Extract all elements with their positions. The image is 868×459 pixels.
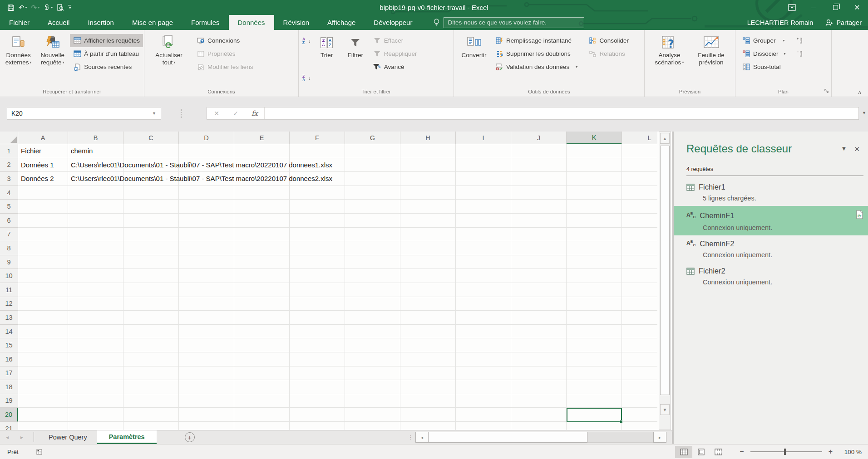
- row-header-14[interactable]: 14: [0, 325, 18, 339]
- print-preview-button[interactable]: [57, 4, 64, 11]
- cell-E17[interactable]: [234, 366, 290, 381]
- cell-G15[interactable]: [345, 338, 400, 352]
- cell-A17[interactable]: [18, 366, 68, 381]
- tab-accueil[interactable]: Accueil: [39, 15, 79, 30]
- sheet-nav-left-icon[interactable]: ◂: [0, 430, 15, 444]
- cell-C17[interactable]: [123, 366, 179, 381]
- cell-G9[interactable]: [345, 255, 400, 269]
- cell-F16[interactable]: [290, 352, 345, 366]
- row-header-2[interactable]: 2: [0, 158, 18, 172]
- cell-F13[interactable]: [290, 311, 345, 325]
- tab-revision[interactable]: Révision: [274, 15, 319, 30]
- cell-F12[interactable]: [290, 297, 345, 311]
- cell-K17[interactable]: [567, 366, 622, 381]
- cell-J15[interactable]: [511, 338, 567, 352]
- cell-F1[interactable]: [290, 144, 345, 158]
- row-header-19[interactable]: 19: [0, 394, 18, 408]
- cell-C6[interactable]: [123, 214, 179, 228]
- cell-J1[interactable]: [511, 144, 567, 158]
- cell-L15[interactable]: [622, 338, 657, 352]
- cell-A18[interactable]: [18, 380, 68, 394]
- zoom-percentage[interactable]: 100 %: [841, 449, 862, 455]
- cell-E10[interactable]: [234, 269, 290, 283]
- cell-B10[interactable]: [68, 269, 123, 283]
- cell-B11[interactable]: [68, 283, 123, 297]
- formula-input[interactable]: [264, 107, 858, 119]
- cell-G6[interactable]: [345, 214, 400, 228]
- column-header-j[interactable]: J: [511, 132, 567, 144]
- cell-K7[interactable]: [567, 228, 622, 242]
- cell-J16[interactable]: [511, 352, 567, 366]
- cell-C4[interactable]: [123, 186, 179, 200]
- cell-H11[interactable]: [400, 283, 456, 297]
- cell-A7[interactable]: [18, 228, 68, 242]
- cell-J8[interactable]: [511, 241, 567, 255]
- column-header-e[interactable]: E: [234, 132, 290, 144]
- cell-K20[interactable]: [567, 408, 622, 422]
- column-header-a[interactable]: A: [18, 132, 68, 144]
- cell-F18[interactable]: [290, 380, 345, 394]
- cell-G11[interactable]: [345, 283, 400, 297]
- tab-affichage[interactable]: Affichage: [318, 15, 365, 30]
- zoom-slider-thumb[interactable]: [784, 449, 786, 455]
- cell-I14[interactable]: [456, 325, 511, 339]
- cell-G14[interactable]: [345, 325, 400, 339]
- cell-A6[interactable]: [18, 214, 68, 228]
- scrollbar-resize-dots[interactable]: ⋮: [408, 436, 412, 438]
- cell-F6[interactable]: [290, 214, 345, 228]
- cell-H7[interactable]: [400, 228, 456, 242]
- cell-H9[interactable]: [400, 255, 456, 269]
- cell-C1[interactable]: [123, 144, 179, 158]
- cell-D16[interactable]: [179, 352, 234, 366]
- cell-L1[interactable]: [622, 144, 657, 158]
- cell-B5[interactable]: [68, 200, 123, 214]
- relationships-button[interactable]: Relations: [585, 47, 632, 60]
- reapply-filter-button[interactable]: Réappliquer: [370, 47, 420, 60]
- horizontal-scroll-thumb[interactable]: [429, 432, 587, 443]
- cell-G4[interactable]: [345, 186, 400, 200]
- zoom-in-button[interactable]: +: [829, 448, 833, 456]
- redo-button[interactable]: ↷▾: [31, 4, 40, 12]
- cell-A20[interactable]: [18, 408, 68, 422]
- query-item-cheminf2[interactable]: ABCCheminF2Connexion uniquement.: [674, 235, 868, 263]
- customize-qat-button[interactable]: ▾: [68, 5, 71, 10]
- save-button[interactable]: [7, 4, 15, 11]
- cell-E7[interactable]: [234, 228, 290, 242]
- cell-G8[interactable]: [345, 241, 400, 255]
- sheet-tab-parametres[interactable]: Paramètres: [97, 430, 157, 444]
- cell-A2[interactable]: Données 1: [18, 158, 68, 172]
- cell-F19[interactable]: [290, 394, 345, 408]
- sheet-nav-right-icon[interactable]: ▸: [15, 430, 29, 444]
- cell-J18[interactable]: [511, 380, 567, 394]
- connections-button[interactable]: Connexions: [193, 34, 256, 47]
- tab-insertion[interactable]: Insertion: [79, 15, 123, 30]
- row-header-4[interactable]: 4: [0, 186, 18, 200]
- cell-H18[interactable]: [400, 380, 456, 394]
- scroll-up-icon[interactable]: ▲: [660, 133, 670, 144]
- cell-C9[interactable]: [123, 255, 179, 269]
- cell-J6[interactable]: [511, 214, 567, 228]
- cell-A1[interactable]: Fichier: [18, 144, 68, 158]
- cell-L19[interactable]: [622, 394, 657, 408]
- cell-K13[interactable]: [567, 311, 622, 325]
- cell-K14[interactable]: [567, 325, 622, 339]
- query-item-fichier1[interactable]: Fichier15 lignes chargées.: [674, 179, 868, 206]
- cell-I10[interactable]: [456, 269, 511, 283]
- sort-descending-button[interactable]: ZA↓: [301, 71, 313, 84]
- cell-E8[interactable]: [234, 241, 290, 255]
- cell-L17[interactable]: [622, 366, 657, 381]
- properties-button[interactable]: Propriétés: [193, 47, 256, 60]
- user-name[interactable]: LECHARTIER Romain: [747, 19, 814, 26]
- edit-links-button[interactable]: Modifier les liens: [193, 60, 256, 73]
- cell-H10[interactable]: [400, 269, 456, 283]
- close-button[interactable]: ✕: [846, 0, 868, 15]
- cell-A4[interactable]: [18, 186, 68, 200]
- row-header-5[interactable]: 5: [0, 200, 18, 214]
- cell-K18[interactable]: [567, 380, 622, 394]
- cell-F17[interactable]: [290, 366, 345, 381]
- cell-G7[interactable]: [345, 228, 400, 242]
- row-header-15[interactable]: 15: [0, 338, 18, 352]
- row-header-17[interactable]: 17: [0, 366, 18, 381]
- cell-D18[interactable]: [179, 380, 234, 394]
- cell-J10[interactable]: [511, 269, 567, 283]
